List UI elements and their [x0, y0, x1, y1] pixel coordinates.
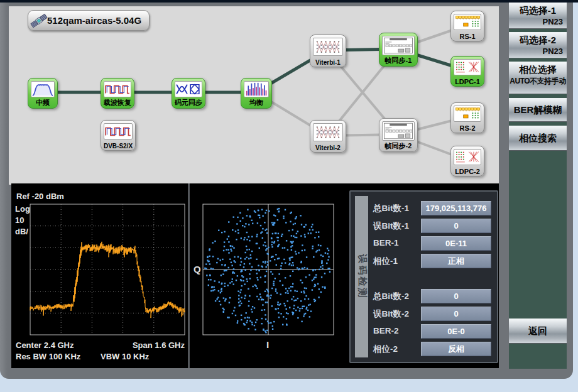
ber-value-8: 反相 — [421, 342, 491, 356]
lfsr-icon — [454, 106, 481, 122]
button-label: 码选择-2 — [509, 33, 567, 46]
return-button[interactable]: 返回 — [509, 318, 567, 344]
node-label: LDPC-2 — [451, 168, 484, 175]
signal-chain-diagram: 中频载波恢复码元同步DVB-S2/X均衡Viterbi-1Viterbi-2帧同… — [9, 6, 499, 185]
diagram-node-rs1[interactable]: RS-1 — [450, 11, 484, 41]
signal-title: 512qam-aircas-5.04G — [47, 15, 141, 26]
button-label: BER解模糊 — [509, 99, 567, 121]
button-sub-label: AUTO不支持手动 — [509, 76, 567, 87]
spectrum-analyzer: Ref -20 dBmLog10dB/Center 2.4 GHzSpan 1.… — [13, 183, 188, 368]
diagram-node-carrier[interactable]: 载波恢复 — [101, 78, 134, 109]
diagram-node-if[interactable]: 中频 — [28, 78, 58, 109]
sidebar-button-3[interactable]: 相位选择AUTO不支持手动 — [509, 62, 567, 94]
node-label: RS-1 — [451, 33, 484, 40]
ber-value-5: 0 — [421, 289, 491, 303]
node-label: 帧同步-2 — [379, 141, 417, 151]
svg-text:I: I — [266, 339, 269, 350]
square-wave-icon — [104, 81, 131, 97]
button-sub-label: PN23 — [509, 46, 567, 56]
button-label: 相位搜索 — [509, 126, 567, 150]
sidebar-button-5[interactable]: 相位搜索 — [509, 126, 567, 151]
eye-diagram-icon — [175, 81, 202, 97]
node-label: DVB-S2/X — [101, 143, 135, 150]
diagram-node-fs1[interactable]: 帧同步-1 — [379, 33, 418, 67]
diagram-node-vit2[interactable]: Viterbi-2 — [310, 120, 346, 153]
ber-value-2: 0 — [421, 219, 491, 233]
ber-value-1: 179,025,113,776 — [421, 201, 491, 215]
node-label: 载波恢复 — [101, 98, 134, 107]
node-label: LDPC-1 — [451, 78, 484, 85]
display-strip: Ref -20 dBmLog10dB/Center 2.4 GHzSpan 1.… — [11, 183, 499, 368]
ber-value-6: 0 — [421, 307, 491, 321]
ber-value-3: 0E-11 — [421, 236, 491, 251]
svg-text:Log: Log — [15, 204, 30, 214]
svg-text:dB/: dB/ — [15, 227, 28, 236]
svg-text:VBW 10 KHz: VBW 10 KHz — [101, 352, 150, 361]
button-label: 码选择-1 — [509, 3, 567, 17]
diagram-node-symsync[interactable]: 码元同步 — [172, 78, 205, 109]
lfsr-icon — [454, 14, 481, 30]
tanner-graph-icon — [454, 59, 481, 75]
sidebar-button-1[interactable]: 码选择-1PN23 — [509, 3, 567, 29]
diagram-node-rs2[interactable]: RS-2 — [450, 102, 484, 133]
sidebar-button-2[interactable]: 码选择-2PN23 — [509, 32, 567, 58]
diagram-node-vit1[interactable]: Viterbi-1 — [310, 35, 346, 67]
node-label: RS-2 — [451, 124, 484, 132]
trellis-icon — [313, 38, 343, 56]
satellite-icon — [30, 12, 48, 30]
diagram-node-eq[interactable]: 均衡 — [241, 78, 272, 109]
square-wave-icon — [104, 123, 133, 139]
ber-panel-title: 误码检测 — [356, 254, 368, 300]
diagram-node-dvb[interactable]: DVB-S2/X — [101, 120, 136, 151]
main-frame: 中频载波恢复码元同步DVB-S2/X均衡Viterbi-1Viterbi-2帧同… — [0, 3, 573, 379]
svg-text:Q: Q — [194, 264, 201, 275]
svg-text:Center 2.4 GHz: Center 2.4 GHz — [16, 340, 74, 350]
frame-sync-icon — [382, 36, 415, 55]
node-label: 均衡 — [241, 98, 271, 107]
node-label: 帧同步-1 — [379, 56, 417, 65]
signal-title-badge[interactable]: 512qam-aircas-5.04G — [28, 10, 150, 31]
sidebar-button-4[interactable]: BER解模糊 — [509, 98, 567, 122]
ber-panel: 误码检测 总Bit数-1179,025,113,776误Bit数-10BER-1… — [349, 190, 498, 363]
constellation-display: QI — [190, 183, 344, 368]
svg-text:Ref -20 dBm: Ref -20 dBm — [16, 192, 64, 201]
diagram-node-ldpc1[interactable]: LDPC-1 — [450, 56, 484, 87]
node-label: Viterbi-1 — [310, 59, 346, 66]
return-button-label: 返回 — [509, 319, 567, 343]
ber-value-4: 正相 — [421, 254, 491, 268]
if-spectrum-icon — [31, 81, 55, 97]
svg-text:10: 10 — [15, 215, 24, 225]
trellis-icon — [313, 123, 343, 141]
ber-panel-side-strip: 误码检测 — [355, 196, 368, 357]
diagram-node-ldpc2[interactable]: LDPC-2 — [450, 146, 484, 177]
frame-sync-icon — [382, 121, 415, 141]
diagram-node-fs2[interactable]: 帧同步-2 — [379, 118, 418, 152]
equalizer-bars-icon — [244, 81, 269, 97]
button-label: 相位选择 — [509, 62, 567, 76]
node-label: Viterbi-2 — [310, 144, 346, 151]
svg-text:Span 1.6 GHz: Span 1.6 GHz — [133, 340, 185, 350]
svg-text:Res BW 100 KHz: Res BW 100 KHz — [16, 352, 81, 361]
node-label: 码元同步 — [172, 98, 205, 107]
ber-value-7: 0E-0 — [421, 324, 491, 339]
tanner-graph-icon — [454, 149, 481, 165]
button-sub-label: PN23 — [509, 17, 567, 26]
node-label: 中频 — [28, 98, 57, 107]
sidebar: 码选择-1PN23码选择-2PN23相位选择AUTO不支持手动BER解模糊相位搜… — [509, 3, 567, 369]
